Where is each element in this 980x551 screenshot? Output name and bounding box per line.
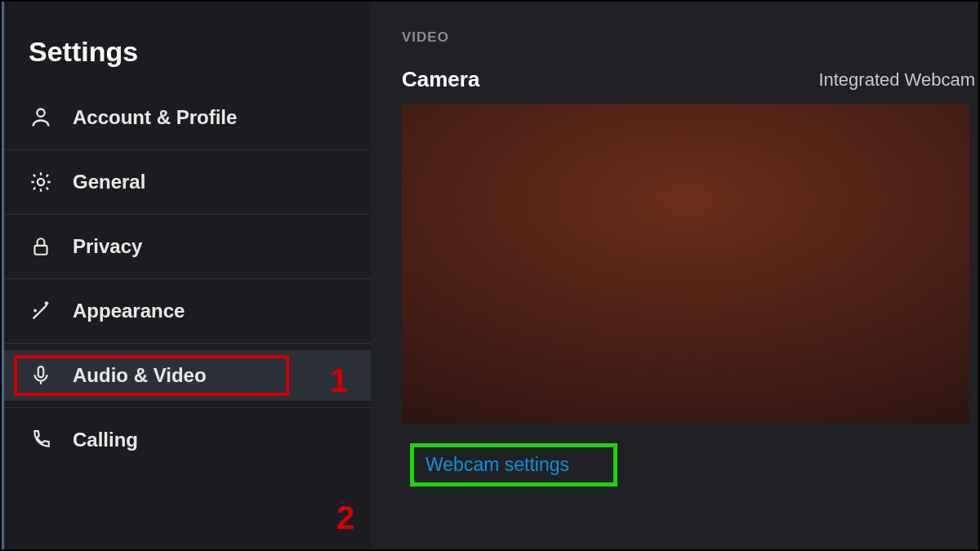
webcam-settings-link[interactable]: Webcam settings (410, 443, 617, 487)
sidebar-item-calling[interactable]: Calling (4, 415, 371, 465)
sidebar-item-audio-video[interactable]: Audio & Video (4, 350, 371, 401)
settings-main-panel: VIDEO Camera Integrated Webcam Webcam se… (371, 2, 978, 549)
svg-rect-2 (34, 246, 47, 255)
settings-sidebar: Settings Account & Profile General Priva… (2, 2, 371, 549)
sidebar-item-account-profile[interactable]: Account & Profile (4, 92, 371, 143)
divider (4, 214, 371, 215)
camera-preview (402, 104, 969, 424)
person-icon (29, 105, 53, 130)
microphone-icon (29, 363, 53, 388)
divider (4, 149, 371, 150)
annotation-step-2: 2 (336, 500, 354, 536)
sidebar-item-label: General (73, 171, 145, 193)
sidebar-item-label: Account & Profile (73, 106, 237, 129)
sidebar-item-general[interactable]: General (4, 157, 371, 207)
magic-wand-icon (29, 299, 53, 323)
lock-icon (29, 234, 53, 259)
divider (4, 343, 371, 344)
phone-icon (29, 428, 53, 452)
sidebar-item-label: Calling (73, 429, 138, 451)
sidebar-item-privacy[interactable]: Privacy (4, 221, 371, 272)
sidebar-item-appearance[interactable]: Appearance (4, 286, 371, 336)
annotation-step-1: 1 (330, 362, 348, 399)
sidebar-item-label: Privacy (73, 235, 142, 258)
svg-point-0 (37, 109, 44, 117)
camera-row: Camera Integrated Webcam (402, 67, 978, 92)
svg-rect-3 (38, 367, 44, 377)
camera-label: Camera (402, 67, 479, 92)
svg-point-1 (38, 179, 44, 185)
gear-icon (29, 170, 53, 194)
sidebar-title: Settings (4, 18, 371, 92)
camera-select[interactable]: Integrated Webcam (818, 69, 975, 91)
video-section-header: VIDEO (402, 29, 978, 46)
divider (4, 278, 371, 279)
settings-window: Settings Account & Profile General Priva… (2, 2, 978, 549)
divider (4, 407, 371, 408)
sidebar-item-label: Audio & Video (73, 364, 207, 387)
sidebar-item-label: Appearance (73, 300, 185, 322)
